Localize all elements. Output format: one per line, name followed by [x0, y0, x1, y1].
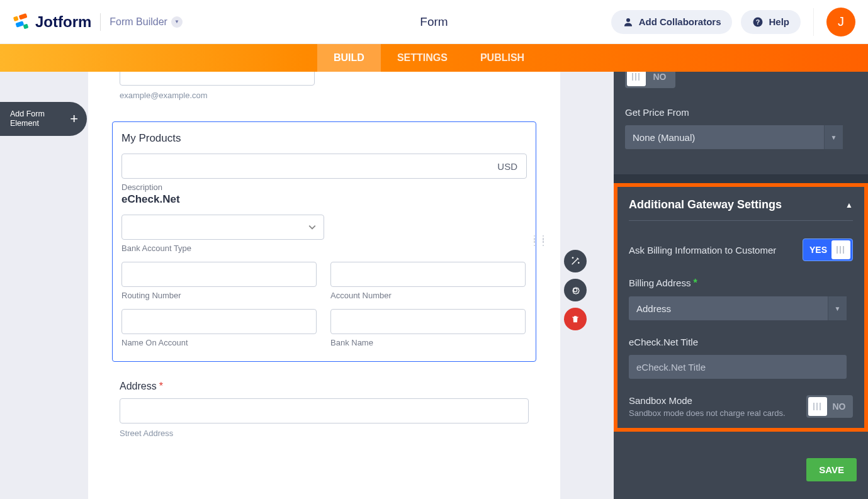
toggle-value: NO	[646, 72, 674, 82]
tab-settings[interactable]: SETTINGS	[381, 44, 464, 72]
svg-rect-2	[15, 21, 24, 27]
products-field-block[interactable]: My Products USD Description eCheck.Net B…	[112, 121, 536, 362]
name-on-account-sublabel: Name On Account	[121, 338, 318, 347]
address-field-block[interactable]: Address* Street Address	[88, 362, 560, 451]
svg-point-4	[626, 18, 630, 22]
breadcrumb-label: Form Builder	[110, 16, 167, 28]
sandbox-label: Sandbox Mode	[629, 395, 786, 406]
tab-publish[interactable]: PUBLISH	[464, 44, 541, 72]
billing-address-label: Billing Address*	[629, 278, 853, 289]
field-magic-button[interactable]	[564, 250, 587, 272]
logo[interactable]: Jotform	[13, 13, 91, 31]
additional-gateway-settings-section: Additional Gateway Settings ▲ Ask Billin…	[614, 183, 868, 432]
form-canvas: Email example@example.com My Products US…	[88, 72, 560, 499]
page-title: Form	[420, 15, 448, 29]
bank-account-type-select[interactable]	[121, 215, 324, 240]
chevron-down-icon: ▼	[171, 16, 183, 28]
field-delete-button[interactable]	[564, 308, 587, 330]
toggle-knob-icon	[627, 72, 646, 86]
toggle-value: NO	[827, 401, 851, 412]
name-on-account-input[interactable]	[121, 309, 317, 334]
person-add-icon	[623, 16, 634, 28]
get-price-from-label: Get Price From	[625, 107, 857, 118]
collaborators-label: Add Collaborators	[639, 16, 721, 27]
cutoff-toggle[interactable]: NO	[625, 72, 675, 88]
divider	[813, 8, 814, 36]
sandbox-hint: Sandbox mode does not charge real cards.	[629, 408, 786, 418]
routing-sublabel: Routing Number	[121, 291, 318, 300]
street-address-input[interactable]	[120, 398, 529, 423]
bank-name-input[interactable]	[330, 309, 526, 334]
email-hint: example@example.com	[120, 91, 529, 100]
additional-gateway-title: Additional Gateway Settings	[629, 198, 782, 211]
brand-text: Jotform	[35, 13, 91, 31]
help-button[interactable]: ? Help	[741, 10, 801, 34]
tab-build[interactable]: BUILD	[317, 44, 381, 72]
billing-address-select[interactable]: Address ▼	[629, 296, 847, 320]
add-collaborators-button[interactable]: Add Collaborators	[611, 10, 733, 34]
help-label: Help	[769, 16, 789, 27]
bank-account-type-sublabel: Bank Account Type	[121, 244, 527, 253]
echeck-title-label: eCheck.Net Title	[629, 337, 853, 347]
jotform-logo-icon	[13, 13, 30, 31]
chevron-up-icon: ▲	[845, 201, 853, 210]
main-tabs: BUILD SETTINGS PUBLISH	[0, 44, 868, 72]
chevron-down-icon	[308, 223, 316, 231]
svg-rect-1	[19, 13, 28, 20]
chevron-down-icon: ▼	[824, 125, 843, 149]
select-value: None (Manual)	[633, 132, 695, 143]
top-bar: Jotform Form Builder ▼ Form Add Collabor…	[0, 0, 868, 44]
required-star-icon: *	[159, 381, 163, 391]
chevron-down-icon: ▼	[828, 296, 847, 320]
field-settings-button[interactable]	[564, 279, 587, 301]
required-star-icon: *	[693, 278, 697, 288]
plus-icon: +	[70, 111, 78, 127]
products-description-input[interactable]: USD	[121, 154, 527, 179]
svg-rect-0	[13, 16, 19, 21]
right-settings-panel: NO Get Price From None (Manual) ▼ Additi…	[614, 72, 868, 499]
echeck-section-title: eCheck.Net	[121, 193, 527, 206]
help-icon: ?	[752, 16, 764, 28]
address-label: Address*	[120, 381, 529, 392]
add-element-label: Add Form Element	[10, 109, 45, 128]
user-avatar[interactable]: J	[826, 8, 855, 36]
ask-billing-label: Ask Billing Information to Customer	[629, 245, 776, 255]
account-number-input[interactable]	[330, 262, 526, 287]
wand-icon	[570, 256, 580, 266]
products-title: My Products	[121, 132, 527, 145]
divider	[100, 13, 101, 31]
get-price-from-select[interactable]: None (Manual) ▼	[625, 125, 843, 149]
sandbox-toggle[interactable]: NO	[806, 395, 853, 418]
bank-name-sublabel: Bank Name	[330, 338, 527, 347]
additional-gateway-header[interactable]: Additional Gateway Settings ▲	[629, 189, 853, 221]
add-form-element-button[interactable]: Add Form Element +	[0, 102, 87, 136]
echeck-title-input[interactable]	[629, 355, 847, 379]
description-sublabel: Description	[121, 182, 527, 192]
drag-handle-icon[interactable]: ⋮⋮⋮⋮	[531, 237, 548, 244]
svg-text:?: ?	[756, 18, 760, 25]
ask-billing-toggle[interactable]: YES	[803, 238, 853, 261]
email-field-block[interactable]: Email example@example.com	[88, 72, 560, 113]
svg-rect-3	[23, 23, 29, 29]
currency-label: USD	[497, 161, 517, 172]
toggle-knob-icon	[831, 240, 850, 259]
select-value: Address	[636, 303, 671, 314]
account-sublabel: Account Number	[330, 291, 527, 300]
toggle-value: YES	[805, 245, 831, 255]
email-input[interactable]	[120, 72, 315, 86]
trash-icon	[571, 315, 580, 323]
field-action-rail	[564, 250, 587, 330]
toggle-knob-icon	[808, 397, 827, 416]
routing-number-input[interactable]	[121, 262, 317, 287]
street-address-sublabel: Street Address	[120, 429, 529, 438]
breadcrumb[interactable]: Form Builder ▼	[110, 16, 183, 28]
save-button[interactable]: SAVE	[806, 458, 857, 481]
section-divider	[614, 174, 868, 183]
gear-icon	[570, 285, 580, 295]
